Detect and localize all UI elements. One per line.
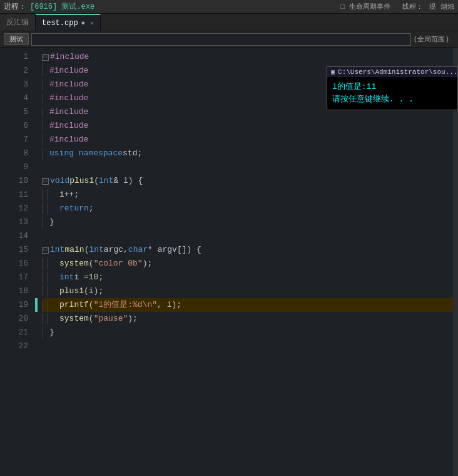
code-line[interactable]: □void plus1(int& i) { [42, 174, 453, 188]
terminal-title: C:\Users\Administrator\sou... [338, 68, 457, 76]
code-area: 12345678910111213141516171819202122 □#in… [0, 48, 458, 476]
line-number: 13 [0, 215, 28, 229]
indent-line [42, 120, 43, 132]
scope-label: (全局范围) [414, 34, 454, 44]
indent-line [47, 286, 48, 297]
indent-line [42, 79, 43, 90]
line-number: 18 [0, 284, 28, 298]
tab-testcpp-label: test.cpp [42, 19, 78, 28]
terminal-line2: 请按任意键继续. . . [332, 93, 452, 106]
indent-line [47, 258, 48, 269]
code-line[interactable]: plus1(i); [42, 284, 453, 298]
collapse-toggle[interactable]: □ [42, 178, 49, 185]
line-number: 7 [0, 133, 28, 147]
code-lines: □#include #include #include #include #in… [38, 48, 453, 476]
indent-line [42, 93, 43, 104]
indent-line [42, 217, 43, 228]
lifecycle-events: □ 生命周期事件 线程： [340, 2, 423, 11]
code-line[interactable]: using namespace std; [42, 147, 453, 160]
line-number: 12 [0, 202, 28, 215]
code-line[interactable]: int i = 10; [42, 271, 453, 284]
top-bar: 进程： [6916] 测试.exe □ 生命周期事件 线程： 堤 烟烛 [0, 0, 458, 14]
process-label: 进程： [4, 1, 26, 12]
toolbar: 测试 (全局范围) [0, 31, 458, 48]
code-line[interactable]: #include [42, 119, 453, 133]
tab-modified-dot: ● [81, 19, 86, 27]
line-number: 3 [0, 78, 28, 91]
indent-line [42, 148, 43, 159]
line-number: 6 [0, 119, 28, 133]
line-number: 5 [0, 105, 28, 119]
indent-line [42, 286, 43, 297]
tab-testcpp[interactable]: test.cpp ● ✕ [36, 14, 101, 31]
code-line[interactable]: □int main(int argc,char* argv[]) { [42, 243, 453, 257]
indent-line [42, 299, 43, 311]
scrollbar[interactable] [453, 48, 458, 476]
indent-line [42, 65, 43, 76]
tab-close-button[interactable]: ✕ [90, 19, 94, 27]
code-line[interactable]: } [42, 215, 453, 229]
indent-line [47, 203, 48, 214]
code-line[interactable] [42, 229, 453, 243]
terminal-line1: i的值是:11 [332, 81, 452, 93]
line-number: 4 [0, 91, 28, 105]
line-number: 8 [0, 147, 28, 160]
code-line[interactable]: #include [42, 133, 453, 147]
terminal-titlebar: ▣ C:\Users\Administrator\sou... [327, 67, 457, 77]
indent-line [47, 313, 48, 324]
indent-line [42, 134, 43, 145]
code-line[interactable]: } [42, 326, 453, 339]
code-line[interactable]: system("color 0b"); [42, 257, 453, 271]
code-line[interactable]: printf("i的值是:%d\n", i); [42, 298, 453, 312]
process-value: [6916] 测试.exe [30, 1, 340, 12]
line-number: 1 [0, 50, 28, 64]
line-number: 14 [0, 229, 28, 243]
indent-line [47, 272, 48, 283]
indent-line [42, 258, 43, 269]
tab-decompile-label: 反汇编 [6, 17, 29, 28]
line-number: 10 [0, 174, 28, 188]
line-number: 16 [0, 257, 28, 271]
line-number: 15 [0, 243, 28, 257]
indent-line [42, 106, 43, 118]
line-number: 22 [0, 339, 28, 353]
code-line[interactable] [42, 160, 453, 174]
code-line[interactable]: system("pause"); [42, 312, 453, 326]
line-numbers: 12345678910111213141516171819202122 [0, 48, 34, 476]
indent-line [42, 327, 43, 338]
terminal-icon: ▣ [331, 68, 335, 76]
indent-line [47, 299, 48, 311]
indent-line [47, 189, 48, 200]
indent-line [42, 313, 43, 324]
terminal-popup: ▣ C:\Users\Administrator\sou... i的值是:11 … [327, 66, 458, 110]
indent-line [42, 189, 43, 200]
line-number: 11 [0, 188, 28, 202]
toolbar-right-icons: 堤 烟烛 [429, 2, 454, 11]
line-number: 9 [0, 160, 28, 174]
indent-line [42, 203, 43, 214]
code-line[interactable]: □#include [42, 50, 453, 64]
gutter-mark [35, 298, 38, 312]
code-line[interactable] [42, 339, 453, 353]
run-button[interactable]: 测试 [4, 33, 29, 45]
line-number: 20 [0, 312, 28, 326]
line-number: 21 [0, 326, 28, 339]
indent-line [42, 272, 43, 283]
line-number: 2 [0, 64, 28, 78]
code-line[interactable]: return; [42, 202, 453, 215]
function-dropdown[interactable] [31, 33, 411, 46]
collapse-toggle[interactable]: □ [42, 54, 49, 61]
collapse-toggle[interactable]: □ [42, 247, 49, 254]
tab-decompile[interactable]: 反汇编 [0, 14, 36, 31]
terminal-body: i的值是:11 请按任意键继续. . . [327, 77, 457, 110]
code-line[interactable]: i++; [42, 188, 453, 202]
line-number: 19 [0, 298, 28, 312]
tab-bar: 反汇编 test.cpp ● ✕ [0, 14, 458, 31]
line-number: 17 [0, 271, 28, 284]
